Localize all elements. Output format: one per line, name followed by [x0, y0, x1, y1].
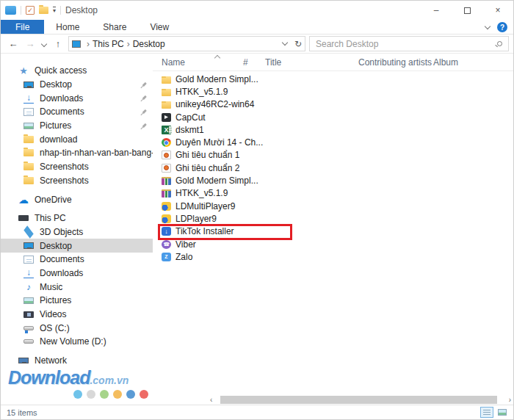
- column-header-contributing-artists[interactable]: Contributing artists: [357, 57, 432, 68]
- tab-view[interactable]: View: [138, 20, 181, 34]
- sidebar-item-music[interactable]: ♪Music: [1, 280, 153, 294]
- file-item-htkk-v5-1-9[interactable]: HTKK_v5.1.9: [153, 187, 513, 200]
- sidebar-item-nhap-tin-nhan-van-ban-bang-giong-r[interactable]: nhap-tin-nhan-van-ban-bang-giong-r: [1, 146, 153, 160]
- sidebar-item-new-volume-d[interactable]: New Volume (D:): [1, 335, 153, 349]
- file-item-unikey46rc2-win64[interactable]: unikey46RC2-win64: [153, 98, 513, 111]
- search-box[interactable]: Search Desktop: [309, 36, 509, 51]
- tab-home[interactable]: Home: [44, 20, 91, 34]
- scroll-right-icon[interactable]: ›: [509, 396, 511, 404]
- sidebar-item-network[interactable]: Network: [1, 354, 153, 368]
- star-icon: ★: [18, 65, 29, 76]
- minimize-button[interactable]: –: [421, 1, 452, 20]
- folder-icon: [23, 163, 34, 170]
- sidebar-item-desktop[interactable]: Desktop: [1, 78, 153, 92]
- pin-icon: [138, 80, 148, 90]
- file-list: Gold Modern Simpl...HTKK_v5.1.9unikey46R…: [153, 71, 513, 263]
- details-view-icon: [483, 410, 491, 416]
- monitor-icon: [23, 242, 34, 249]
- refresh-icon[interactable]: ↻: [294, 39, 302, 49]
- maximize-button[interactable]: [452, 1, 482, 20]
- sidebar-item-quick-access[interactable]: ★Quick access: [1, 64, 153, 78]
- sidebar-item-documents[interactable]: Documents: [1, 253, 153, 267]
- up-button[interactable]: ↑: [51, 38, 65, 49]
- sidebar-item-documents[interactable]: Documents: [1, 105, 153, 119]
- file-item-zalo[interactable]: ZZalo: [153, 250, 513, 263]
- tab-file[interactable]: File: [1, 20, 44, 34]
- status-bar: 15 items: [1, 405, 513, 419]
- sidebar-item-label: Quick access: [35, 65, 87, 76]
- picture-icon: [23, 297, 34, 304]
- watermark: Download.com.vn: [8, 367, 151, 399]
- sidebar-item-pictures[interactable]: Pictures: [1, 294, 153, 308]
- file-item-capcut[interactable]: CapCut: [153, 111, 513, 123]
- column-header-name[interactable]: Name: [153, 57, 242, 68]
- ribbon-tabs: FileHomeShareView: [1, 20, 181, 34]
- separator: [21, 6, 21, 15]
- sidebar-item-3d-objects[interactable]: 3D Objects: [1, 225, 153, 239]
- network-icon: [18, 358, 29, 363]
- breadcrumb-separator-icon: ›: [124, 39, 133, 49]
- details-view-button[interactable]: [480, 407, 493, 418]
- file-item-gold-modern-simpl[interactable]: Gold Modern Simpl...: [153, 174, 513, 187]
- horizontal-scrollbar[interactable]: ‹ ›: [153, 395, 513, 405]
- breadcrumb-separator-icon: ›: [84, 39, 93, 49]
- sidebar-item-label: Downloads: [40, 268, 83, 278]
- column-header-title[interactable]: Title: [264, 57, 357, 68]
- file-item-ghi-ti-u-chu-n-2[interactable]: Ghi tiêu chuẩn 2: [153, 162, 513, 174]
- scroll-left-icon[interactable]: ‹: [210, 396, 212, 404]
- address-bar-controls: ↻: [283, 39, 302, 49]
- file-item-htkk-v5-1-9[interactable]: HTKK_v5.1.9: [153, 85, 513, 98]
- address-dropdown-chevron-icon[interactable]: [282, 40, 288, 46]
- sidebar-item-downloads[interactable]: ↓Downloads: [1, 91, 153, 105]
- sidebar-item-os-c[interactable]: OS (C:): [1, 321, 153, 335]
- file-item-gold-modern-simpl[interactable]: Gold Modern Simpl...: [153, 73, 513, 85]
- sidebar-item-this-pc[interactable]: This PC: [1, 211, 153, 225]
- sidebar-item-videos[interactable]: Videos: [1, 308, 153, 322]
- column-header-[interactable]: #: [242, 57, 264, 68]
- tab-share[interactable]: Share: [91, 20, 138, 34]
- address-bar[interactable]: ›This PC›Desktop ↻: [68, 36, 305, 51]
- file-item-ghi-ti-u-chu-n-1[interactable]: Ghi tiêu chuẩn 1: [153, 149, 513, 162]
- sidebar-item-pictures[interactable]: Pictures: [1, 119, 153, 133]
- breadcrumb-item-desktop[interactable]: Desktop: [133, 39, 165, 49]
- file-item-dskmt1[interactable]: Xdskmt1: [153, 123, 513, 136]
- separator: [60, 6, 61, 15]
- sidebar-item-downloads[interactable]: ↓Downloads: [1, 267, 153, 280]
- document-icon: [23, 108, 34, 116]
- search-icon[interactable]: [497, 41, 502, 46]
- cube-icon: [23, 225, 33, 239]
- qat-new-folder-icon[interactable]: [39, 7, 48, 14]
- zalo-icon: Z: [162, 253, 171, 261]
- file-item-label: Ghi tiêu chuẩn 1: [175, 150, 239, 160]
- folder-icon: [23, 136, 34, 143]
- close-button[interactable]: ×: [482, 1, 513, 20]
- back-button[interactable]: ←: [7, 38, 20, 49]
- sidebar-item-download[interactable]: download: [1, 132, 153, 146]
- qat-customize-arrow-icon[interactable]: ▾: [53, 7, 56, 14]
- large-icons-view-button[interactable]: [496, 407, 509, 418]
- column-header-album[interactable]: Album: [432, 57, 513, 68]
- help-icon[interactable]: ?: [497, 22, 507, 32]
- watermark-dot: [87, 390, 95, 399]
- sidebar-item-label: download: [40, 134, 77, 145]
- sidebar-item-screenshots[interactable]: Screenshots: [1, 174, 153, 188]
- sidebar-item-desktop[interactable]: Desktop: [1, 239, 153, 253]
- qat-check-icon[interactable]: ✓: [26, 6, 35, 15]
- file-item-tiktok-installer[interactable]: ↓TikTok Installer: [153, 225, 513, 238]
- ldplayer-icon: [162, 214, 171, 223]
- breadcrumb-item-this-pc[interactable]: This PC: [93, 39, 124, 49]
- sidebar-item-onedrive[interactable]: ☁OneDrive: [1, 192, 153, 206]
- forward-button[interactable]: →: [23, 38, 37, 49]
- sidebar-tree: ★Quick accessDesktop↓DownloadsDocumentsP…: [1, 64, 153, 367]
- explorer-icon: [5, 6, 16, 15]
- file-item-ldplayer9[interactable]: LDPlayer9: [153, 212, 513, 225]
- file-item-ldmultiplayer9[interactable]: LDMultiPlayer9: [153, 200, 513, 212]
- file-item-viber[interactable]: ☎Viber: [153, 238, 513, 250]
- recent-locations-chevron-icon[interactable]: [41, 40, 47, 46]
- file-item-label: Viber: [175, 239, 196, 250]
- scrollbar-thumb[interactable]: [220, 396, 497, 404]
- sidebar-item-screenshots[interactable]: Screenshots: [1, 160, 153, 174]
- folder-icon: [23, 149, 34, 156]
- minimize-ribbon-chevron-icon[interactable]: [485, 23, 491, 29]
- file-item-duy-n-m-i-14-ch[interactable]: Duyên Mười 14 - Ch...: [153, 136, 513, 148]
